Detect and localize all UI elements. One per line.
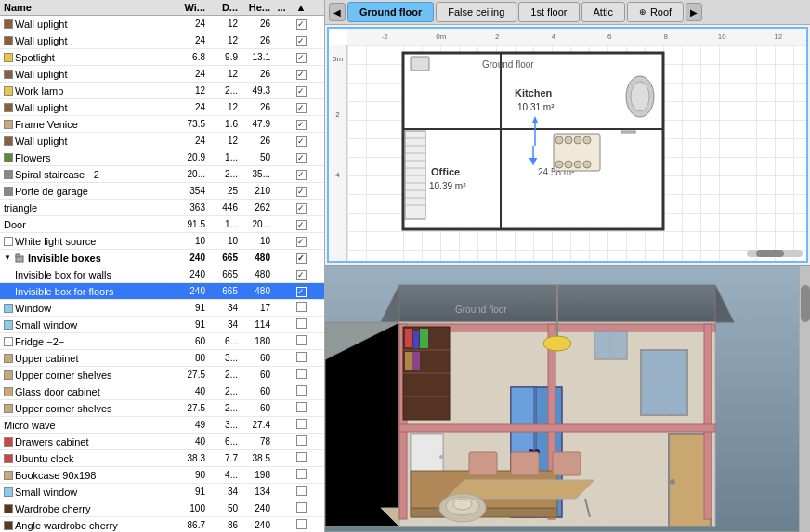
row-check-cell[interactable] xyxy=(291,135,311,147)
row-check-cell[interactable] xyxy=(291,168,311,180)
checkbox[interactable] xyxy=(296,36,307,46)
checkbox[interactable] xyxy=(296,502,307,513)
checkbox[interactable] xyxy=(296,86,307,97)
table-row[interactable]: Wall uplight241226 xyxy=(0,99,324,116)
table-row[interactable]: Glass door cabinet402...60 xyxy=(0,383,324,400)
checkbox[interactable] xyxy=(296,452,307,462)
table-row[interactable]: Porte de garage35425210 xyxy=(0,183,324,200)
checkbox[interactable] xyxy=(296,287,307,297)
checkbox[interactable] xyxy=(296,253,307,264)
row-check-cell[interactable] xyxy=(291,469,311,481)
checkbox[interactable] xyxy=(296,402,307,412)
row-check-cell[interactable] xyxy=(291,84,311,97)
row-check-cell[interactable] xyxy=(291,502,311,514)
table-row[interactable]: Spotlight6.89.913.1 xyxy=(0,49,324,66)
table-row[interactable]: Spiral staircase −2−20...2...35... xyxy=(0,166,324,183)
checkbox[interactable] xyxy=(296,385,307,396)
row-check-cell[interactable] xyxy=(291,18,311,30)
checkbox[interactable] xyxy=(296,153,307,163)
checkbox[interactable] xyxy=(296,519,307,529)
row-check-cell[interactable] xyxy=(291,369,311,381)
checkbox[interactable] xyxy=(296,270,307,280)
table-row[interactable]: Small window9134134 xyxy=(0,484,324,500)
row-check-cell[interactable] xyxy=(291,101,311,113)
checkbox[interactable] xyxy=(296,187,307,197)
row-check-cell[interactable] xyxy=(291,235,311,247)
table-row[interactable]: Wall uplight241226 xyxy=(0,32,324,49)
row-check-cell[interactable] xyxy=(291,51,311,63)
table-row[interactable]: Flowers20.91...50 xyxy=(0,149,324,166)
row-check-cell[interactable] xyxy=(291,335,311,347)
checkbox[interactable] xyxy=(296,369,307,379)
row-check-cell[interactable] xyxy=(291,34,311,46)
checkbox[interactable] xyxy=(296,352,307,362)
row-check-cell[interactable] xyxy=(291,352,311,364)
row-check-cell[interactable] xyxy=(291,285,311,297)
checkbox[interactable] xyxy=(296,120,307,130)
table-row[interactable]: Small window9134114 xyxy=(0,317,324,333)
table-row[interactable]: White light source101010 xyxy=(0,233,324,250)
table-row[interactable]: Fridge −2−606...180 xyxy=(0,333,324,350)
checkbox[interactable] xyxy=(296,136,307,147)
checkbox[interactable] xyxy=(296,53,307,63)
table-row[interactable]: Angle wardrobe cherry86.786240 xyxy=(0,517,324,532)
row-check-cell[interactable] xyxy=(291,151,311,163)
row-check-cell[interactable] xyxy=(291,318,311,331)
table-row[interactable]: Drawers cabinet406...78 xyxy=(0,434,324,450)
table-row[interactable]: Wall uplight241226 xyxy=(0,16,324,32)
row-check-cell[interactable] xyxy=(291,385,311,397)
table-row[interactable]: Door91.51...20... xyxy=(0,216,324,233)
checkbox[interactable] xyxy=(296,70,307,80)
row-check-cell[interactable] xyxy=(291,185,311,197)
checkbox[interactable] xyxy=(296,203,307,214)
table-row[interactable]: Invisible box for walls240665480 xyxy=(0,266,324,283)
checkbox[interactable] xyxy=(296,103,307,113)
table-row[interactable]: ▼Invisible boxes240665480 xyxy=(0,250,324,266)
table-row[interactable]: Wall uplight241226 xyxy=(0,133,324,149)
table-row[interactable]: triangle363446262 xyxy=(0,200,324,216)
checkbox[interactable] xyxy=(296,237,307,247)
table-row[interactable]: Upper corner shelves27.52...60 xyxy=(0,400,324,417)
row-check-cell[interactable] xyxy=(291,486,311,498)
row-check-cell[interactable] xyxy=(291,218,311,230)
tab-prev-arrow[interactable]: ◀ xyxy=(329,3,346,21)
row-check-cell[interactable] xyxy=(291,268,311,280)
checkbox[interactable] xyxy=(296,486,307,496)
tab-ground-floor[interactable]: Ground floor xyxy=(347,2,434,22)
tab-next-arrow[interactable]: ▶ xyxy=(686,3,702,21)
row-check-cell[interactable] xyxy=(291,252,311,264)
checkbox[interactable] xyxy=(296,318,307,329)
checkbox[interactable] xyxy=(296,335,307,345)
checkbox[interactable] xyxy=(296,435,307,446)
table-row[interactable]: Wall uplight241226 xyxy=(0,66,324,83)
table-row[interactable]: Invisible box for floors240665480 xyxy=(0,283,324,300)
table-row[interactable]: Upper corner shelves27.52...60 xyxy=(0,367,324,383)
tab-roof[interactable]: ⊕ Roof xyxy=(627,2,684,22)
table-row[interactable]: Bookcase 90x198904...198 xyxy=(0,467,324,484)
checkbox[interactable] xyxy=(296,170,307,180)
group-expand-arrow[interactable]: ▼ xyxy=(4,253,11,262)
table-row[interactable]: Wardrobe cherry10050240 xyxy=(0,500,324,517)
row-check-cell[interactable] xyxy=(291,402,311,414)
row-check-cell[interactable] xyxy=(291,201,311,214)
table-row[interactable]: Ubuntu clock38.37.738.5 xyxy=(0,450,324,467)
row-check-cell[interactable] xyxy=(291,452,311,464)
checkbox[interactable] xyxy=(296,302,307,312)
checkbox[interactable] xyxy=(296,469,307,479)
row-check-cell[interactable] xyxy=(291,435,311,448)
table-row[interactable]: Work lamp122...49.3 xyxy=(0,83,324,99)
row-check-cell[interactable] xyxy=(291,519,311,531)
table-row[interactable]: Frame Venice73.51.647.9 xyxy=(0,116,324,133)
checkbox[interactable] xyxy=(296,419,307,429)
tab-false-ceiling[interactable]: False ceiling xyxy=(436,2,516,22)
furniture-list[interactable]: Wall uplight241226Wall uplight241226Spot… xyxy=(0,16,324,532)
floor-plan-canvas[interactable]: -2 0m 2 4 6 8 10 12 0m 2 4 xyxy=(327,27,808,263)
row-check-cell[interactable] xyxy=(291,118,311,130)
tab-1st-floor[interactable]: 1st floor xyxy=(518,2,579,22)
v-scrollbar-3d[interactable] xyxy=(799,266,810,532)
table-row[interactable]: Window913417 xyxy=(0,300,324,317)
table-row[interactable]: Upper cabinet803...60 xyxy=(0,350,324,367)
checkbox[interactable] xyxy=(296,220,307,230)
row-check-cell[interactable] xyxy=(291,68,311,80)
table-row[interactable]: Micro wave493...27.4 xyxy=(0,417,324,434)
